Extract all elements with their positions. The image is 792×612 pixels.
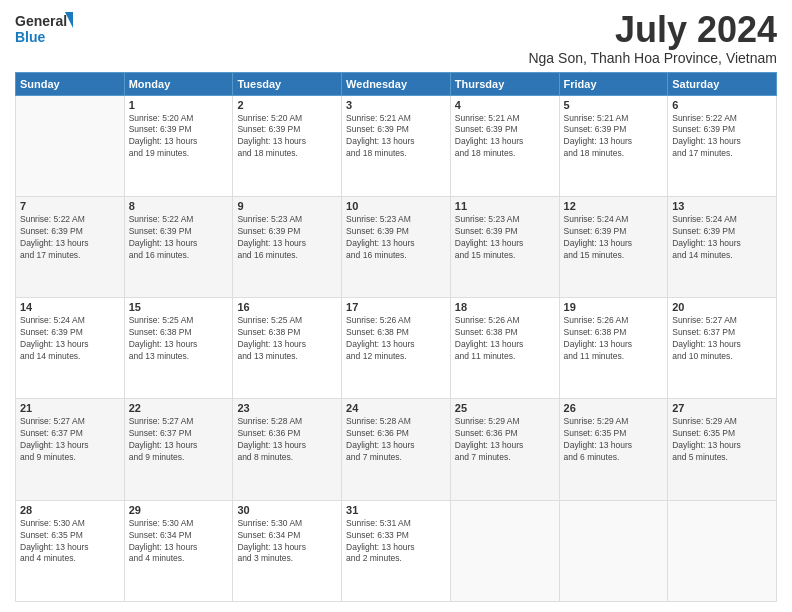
day-number: 2 [237,99,337,111]
page: General Blue July 2024 Nga Son, Thanh Ho… [0,0,792,612]
calendar-cell: 17Sunrise: 5:26 AMSunset: 6:38 PMDayligh… [342,298,451,399]
day-info: Sunrise: 5:29 AMSunset: 6:36 PMDaylight:… [455,416,555,464]
day-info: Sunrise: 5:29 AMSunset: 6:35 PMDaylight:… [672,416,772,464]
day-info: Sunrise: 5:30 AMSunset: 6:35 PMDaylight:… [20,518,120,566]
week-row-3: 14Sunrise: 5:24 AMSunset: 6:39 PMDayligh… [16,298,777,399]
calendar-cell: 5Sunrise: 5:21 AMSunset: 6:39 PMDaylight… [559,95,668,196]
day-number: 20 [672,301,772,313]
calendar-cell: 2Sunrise: 5:20 AMSunset: 6:39 PMDaylight… [233,95,342,196]
day-info: Sunrise: 5:24 AMSunset: 6:39 PMDaylight:… [564,214,664,262]
calendar-cell: 23Sunrise: 5:28 AMSunset: 6:36 PMDayligh… [233,399,342,500]
weekday-thursday: Thursday [450,72,559,95]
day-info: Sunrise: 5:27 AMSunset: 6:37 PMDaylight:… [129,416,229,464]
calendar-cell [668,500,777,601]
day-info: Sunrise: 5:31 AMSunset: 6:33 PMDaylight:… [346,518,446,566]
calendar-cell [16,95,125,196]
header: General Blue July 2024 Nga Son, Thanh Ho… [15,10,777,66]
calendar-table: SundayMondayTuesdayWednesdayThursdayFrid… [15,72,777,602]
calendar-cell: 18Sunrise: 5:26 AMSunset: 6:38 PMDayligh… [450,298,559,399]
calendar-cell: 22Sunrise: 5:27 AMSunset: 6:37 PMDayligh… [124,399,233,500]
day-number: 4 [455,99,555,111]
weekday-wednesday: Wednesday [342,72,451,95]
svg-text:General: General [15,13,67,29]
day-info: Sunrise: 5:20 AMSunset: 6:39 PMDaylight:… [237,113,337,161]
calendar-cell: 8Sunrise: 5:22 AMSunset: 6:39 PMDaylight… [124,196,233,297]
title-block: July 2024 Nga Son, Thanh Hoa Province, V… [528,10,777,66]
day-number: 26 [564,402,664,414]
day-number: 10 [346,200,446,212]
day-number: 22 [129,402,229,414]
logo-svg: General Blue [15,10,75,52]
weekday-sunday: Sunday [16,72,125,95]
day-number: 1 [129,99,229,111]
calendar-cell: 12Sunrise: 5:24 AMSunset: 6:39 PMDayligh… [559,196,668,297]
weekday-tuesday: Tuesday [233,72,342,95]
day-number: 25 [455,402,555,414]
week-row-4: 21Sunrise: 5:27 AMSunset: 6:37 PMDayligh… [16,399,777,500]
calendar-cell: 27Sunrise: 5:29 AMSunset: 6:35 PMDayligh… [668,399,777,500]
day-info: Sunrise: 5:22 AMSunset: 6:39 PMDaylight:… [672,113,772,161]
day-info: Sunrise: 5:22 AMSunset: 6:39 PMDaylight:… [20,214,120,262]
calendar-cell: 30Sunrise: 5:30 AMSunset: 6:34 PMDayligh… [233,500,342,601]
calendar-cell: 16Sunrise: 5:25 AMSunset: 6:38 PMDayligh… [233,298,342,399]
calendar-cell: 21Sunrise: 5:27 AMSunset: 6:37 PMDayligh… [16,399,125,500]
subtitle: Nga Son, Thanh Hoa Province, Vietnam [528,50,777,66]
calendar-cell: 20Sunrise: 5:27 AMSunset: 6:37 PMDayligh… [668,298,777,399]
calendar-cell [450,500,559,601]
day-number: 9 [237,200,337,212]
calendar-cell: 4Sunrise: 5:21 AMSunset: 6:39 PMDaylight… [450,95,559,196]
day-number: 27 [672,402,772,414]
calendar-cell: 14Sunrise: 5:24 AMSunset: 6:39 PMDayligh… [16,298,125,399]
calendar-cell: 7Sunrise: 5:22 AMSunset: 6:39 PMDaylight… [16,196,125,297]
day-info: Sunrise: 5:29 AMSunset: 6:35 PMDaylight:… [564,416,664,464]
calendar-cell: 24Sunrise: 5:28 AMSunset: 6:36 PMDayligh… [342,399,451,500]
calendar-cell: 29Sunrise: 5:30 AMSunset: 6:34 PMDayligh… [124,500,233,601]
day-number: 17 [346,301,446,313]
logo: General Blue [15,10,75,52]
day-info: Sunrise: 5:26 AMSunset: 6:38 PMDaylight:… [346,315,446,363]
day-info: Sunrise: 5:23 AMSunset: 6:39 PMDaylight:… [237,214,337,262]
calendar-cell [559,500,668,601]
calendar-cell: 25Sunrise: 5:29 AMSunset: 6:36 PMDayligh… [450,399,559,500]
day-info: Sunrise: 5:22 AMSunset: 6:39 PMDaylight:… [129,214,229,262]
day-info: Sunrise: 5:25 AMSunset: 6:38 PMDaylight:… [237,315,337,363]
day-info: Sunrise: 5:21 AMSunset: 6:39 PMDaylight:… [455,113,555,161]
day-info: Sunrise: 5:26 AMSunset: 6:38 PMDaylight:… [564,315,664,363]
calendar-cell: 26Sunrise: 5:29 AMSunset: 6:35 PMDayligh… [559,399,668,500]
calendar-cell: 13Sunrise: 5:24 AMSunset: 6:39 PMDayligh… [668,196,777,297]
day-number: 31 [346,504,446,516]
calendar-cell: 3Sunrise: 5:21 AMSunset: 6:39 PMDaylight… [342,95,451,196]
calendar-cell: 11Sunrise: 5:23 AMSunset: 6:39 PMDayligh… [450,196,559,297]
day-number: 7 [20,200,120,212]
day-number: 28 [20,504,120,516]
day-number: 14 [20,301,120,313]
day-number: 15 [129,301,229,313]
calendar-cell: 15Sunrise: 5:25 AMSunset: 6:38 PMDayligh… [124,298,233,399]
weekday-monday: Monday [124,72,233,95]
day-info: Sunrise: 5:24 AMSunset: 6:39 PMDaylight:… [672,214,772,262]
day-info: Sunrise: 5:27 AMSunset: 6:37 PMDaylight:… [20,416,120,464]
day-number: 23 [237,402,337,414]
day-number: 11 [455,200,555,212]
svg-text:Blue: Blue [15,29,46,45]
calendar-cell: 28Sunrise: 5:30 AMSunset: 6:35 PMDayligh… [16,500,125,601]
week-row-1: 1Sunrise: 5:20 AMSunset: 6:39 PMDaylight… [16,95,777,196]
calendar-cell: 19Sunrise: 5:26 AMSunset: 6:38 PMDayligh… [559,298,668,399]
day-number: 5 [564,99,664,111]
day-info: Sunrise: 5:21 AMSunset: 6:39 PMDaylight:… [564,113,664,161]
day-number: 3 [346,99,446,111]
day-number: 16 [237,301,337,313]
week-row-5: 28Sunrise: 5:30 AMSunset: 6:35 PMDayligh… [16,500,777,601]
calendar-cell: 1Sunrise: 5:20 AMSunset: 6:39 PMDaylight… [124,95,233,196]
day-info: Sunrise: 5:27 AMSunset: 6:37 PMDaylight:… [672,315,772,363]
day-info: Sunrise: 5:30 AMSunset: 6:34 PMDaylight:… [237,518,337,566]
day-info: Sunrise: 5:20 AMSunset: 6:39 PMDaylight:… [129,113,229,161]
day-info: Sunrise: 5:30 AMSunset: 6:34 PMDaylight:… [129,518,229,566]
calendar-cell: 9Sunrise: 5:23 AMSunset: 6:39 PMDaylight… [233,196,342,297]
calendar-cell: 6Sunrise: 5:22 AMSunset: 6:39 PMDaylight… [668,95,777,196]
calendar-cell: 10Sunrise: 5:23 AMSunset: 6:39 PMDayligh… [342,196,451,297]
calendar-cell: 31Sunrise: 5:31 AMSunset: 6:33 PMDayligh… [342,500,451,601]
day-number: 30 [237,504,337,516]
weekday-header-row: SundayMondayTuesdayWednesdayThursdayFrid… [16,72,777,95]
day-info: Sunrise: 5:24 AMSunset: 6:39 PMDaylight:… [20,315,120,363]
